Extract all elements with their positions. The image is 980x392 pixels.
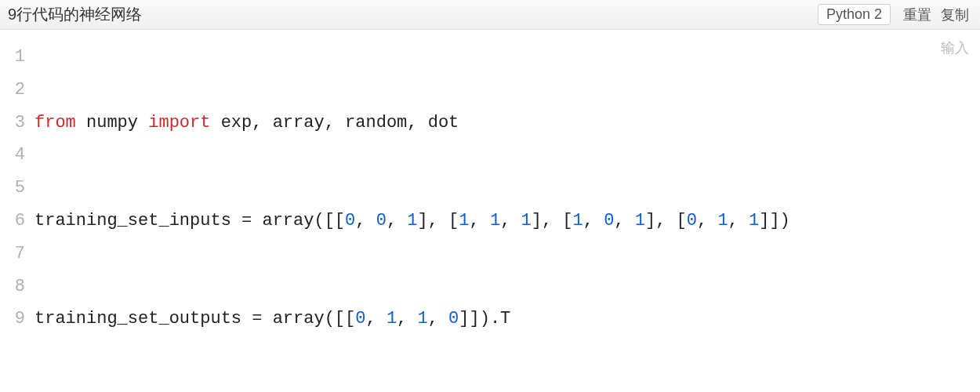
line-number: 7 [0, 238, 25, 270]
language-badge[interactable]: Python 2 [818, 4, 891, 25]
copy-button[interactable]: 复制 [936, 4, 974, 26]
code-line: training_set_inputs = array([[0, 0, 1], … [34, 205, 980, 238]
line-number: 2 [0, 74, 25, 107]
line-number: 9 [0, 303, 25, 336]
reset-button[interactable]: 重置 [898, 4, 936, 26]
code-block: 输入 1 2 3 4 5 6 7 8 9 from numpy import e… [0, 30, 980, 392]
input-label: 输入 [941, 34, 969, 61]
code-line: from numpy import exp, array, random, do… [34, 107, 980, 140]
line-number-gutter: 1 2 3 4 5 6 7 8 9 [0, 41, 34, 392]
line-number: 4 [0, 139, 25, 172]
line-number: 3 [0, 107, 25, 140]
header-bar: 9行代码的神经网络 Python 2 重置 复制 [0, 0, 980, 30]
snippet-title: 9行代码的神经网络 [8, 4, 142, 25]
header-actions: Python 2 重置 复制 [818, 4, 974, 26]
line-number: 6 [0, 205, 25, 238]
code-content[interactable]: from numpy import exp, array, random, do… [34, 41, 980, 392]
line-number: 1 [0, 41, 25, 74]
code-line: training_set_outputs = array([[0, 1, 1, … [34, 303, 980, 336]
line-number: 5 [0, 172, 25, 205]
line-number: 8 [0, 270, 25, 303]
